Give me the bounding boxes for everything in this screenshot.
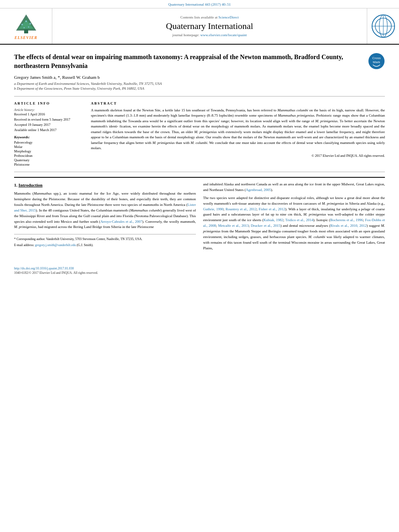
journal-homepage-line: journal homepage: www.elsevier.com/locat… [173,33,247,37]
body-right-col: and inhabited Alaska and northwest Canad… [203,182,385,254]
abstract-copyright: © 2017 Elsevier Ltd and INQUA. All right… [91,154,385,158]
bottom-bar: http://dx.doi.org/10.1016/j.quaint.2017.… [0,265,399,276]
abstract-text: A mammoth skeleton found at the Newton S… [91,108,385,151]
introduction-title: Introduction [19,183,43,187]
science-direct-line: Contents lists available at ScienceDirec… [181,15,239,19]
article-authors: Gregory James Smith a, *, Russell W. Gra… [14,75,362,80]
intro-para1: Mammoths (Mammuthus spp.), an iconic mam… [14,191,196,230]
article-title-text: The effects of dental wear on impairing … [14,53,368,91]
intro-para2: and inhabited Alaska and northwest Canad… [203,182,385,193]
accepted-date: Accepted 19 January 2017 [14,123,84,127]
keyword-5: Quaternary [14,158,84,162]
ref-rivals1[interactable]: Rivals et al., 2010, 2012 [330,224,366,228]
ref-agenbroad[interactable]: Agenbroad, 2005 [246,188,271,192]
keyword-2: Molar [14,145,84,149]
keywords-heading: Keywords: [14,135,84,139]
affil-a: a Department of Earth and Environmental … [14,82,362,86]
journal-citation: Quaternary International 443 (2017) 40–5… [168,2,230,6]
ref-rountrey[interactable]: Rountrey et al., 2012 [226,207,257,211]
doi-link[interactable]: http://dx.doi.org/10.1016/j.quaint.2017.… [14,267,385,270]
svg-text:Cross: Cross [372,56,381,60]
email-footnote: E-mail address: gregory.j.smith@vanderbi… [14,243,196,247]
available-date: Available online 1 March 2017 [14,128,84,132]
journal-title: Quaternary International [166,21,253,31]
footnote-section: * Corresponding author. Vanderbilt Unive… [14,234,196,247]
journal-logo-right [367,8,399,44]
ref-tridico[interactable]: Tridico et al., 2014 [285,218,313,222]
intro-para3: The two species were adapted for distinc… [203,195,385,251]
ref-drucker[interactable]: Drucker et al., 2015 [251,224,281,228]
journal-header-center: Contents lists available at ScienceDirec… [52,8,367,44]
svg-text:Mark: Mark [373,60,380,64]
ref-bocherens[interactable]: Bocherens et al., 1996 [330,218,363,222]
issn-copyright: 1040-6182/© 2017 Elsevier Ltd and INQUA.… [14,271,385,275]
svg-point-7 [23,27,25,29]
abstract-heading: ABSTRACT [91,101,385,105]
science-direct-link[interactable]: ScienceDirect [218,15,239,19]
journal-citation-bar: Quaternary International 443 (2017) 40–5… [0,0,399,8]
ref-kubiak[interactable]: Kubiak, 1982 [263,218,283,222]
article-info-abstract-row: ARTICLE INFO Article history: Received 1… [14,101,385,172]
article-main-title: The effects of dental wear on impairing … [14,53,362,71]
ref-fisher[interactable]: Fisher et al., 2012 [259,207,285,211]
received-revised-date: Received in revised form 5 January 2017 [14,117,84,121]
body-text-section: 1. Introduction Mammoths (Mammuthus spp.… [14,182,385,254]
keyword-1: Paleoecology [14,140,84,144]
journal-homepage-link[interactable]: www.elsevier.com/locate/quaint [200,33,247,37]
ref-metcalfe[interactable]: Metcalfe et al., 2013 [218,224,249,228]
article-title-section: The effects of dental wear on impairing … [14,53,385,97]
article-info-column: ARTICLE INFO Article history: Received 1… [14,101,84,167]
crossmark-icon: Cross Mark [368,53,385,70]
journal-header: ELSEVIER Contents lists available at Sci… [0,8,399,45]
elsevier-tree-icon [10,12,42,35]
article-info-heading: ARTICLE INFO [14,101,84,105]
elsevier-logo-section: ELSEVIER [0,8,52,44]
introduction-heading: 1. Introduction [14,182,196,189]
svg-point-6 [25,21,27,22]
ref-arroyo[interactable]: Arroyo-Cabrales et al., 2007 [100,220,142,224]
svg-point-8 [28,27,29,28]
qi-logo-icon [371,14,395,38]
elsevier-logo: ELSEVIER [10,12,42,40]
corresponding-footnote: * Corresponding author. Vanderbilt Unive… [14,237,196,241]
page-wrapper: Quaternary International 443 (2017) 40–5… [0,0,399,532]
section-divider [14,177,385,178]
svg-point-5 [29,23,31,25]
article-content: The effects of dental wear on impairing … [0,45,399,262]
elsevier-brand-text: ELSEVIER [14,35,37,40]
ref-lister[interactable]: Lister and Sher, 2015 [14,203,196,212]
body-left-col: 1. Introduction Mammoths (Mammuthus spp.… [14,182,196,254]
received-date: Received 1 April 2016 [14,112,84,116]
keyword-4: Proboscidean [14,154,84,158]
svg-point-4 [21,24,23,25]
keyword-6: Pleistocene [14,162,84,166]
crossmark-badge: Cross Mark [368,53,385,70]
author-email-link[interactable]: gregory.j.smith@vanderbilt.edu [35,243,76,247]
ref-guthrie[interactable]: Guthrie, 1990 [203,207,223,211]
history-label: Article history: [14,108,84,112]
abstract-column: ABSTRACT A mammoth skeleton found at the… [91,101,385,167]
affil-b: b Department of the Geosciences, Penn St… [14,86,362,90]
keyword-3: Morphology [14,149,84,153]
